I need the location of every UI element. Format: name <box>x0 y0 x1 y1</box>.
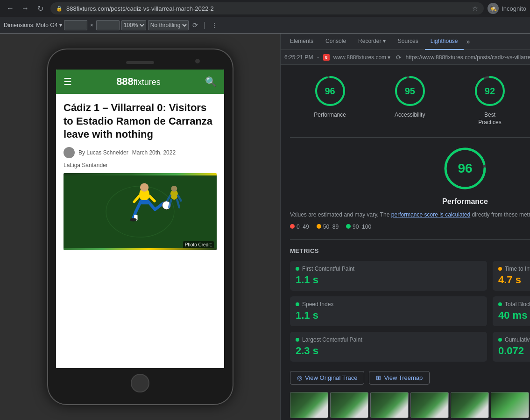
fcp-name: First Contentful Paint <box>296 266 481 272</box>
lcp-name: Largest Contentful Paint <box>296 336 481 343</box>
metric-si: Speed Index 1.1 s <box>290 296 487 326</box>
title-bar: ← → ↻ 🔒 888fixtures.com/posts/cadiz-vs-v… <box>0 0 530 17</box>
metrics-title: METRICS <box>290 247 319 254</box>
browser-chrome: ← → ↻ 🔒 888fixtures.com/posts/cadiz-vs-v… <box>0 0 530 34</box>
site-logo: 888fixtures <box>116 76 161 88</box>
big-performance-score: 96 <box>458 161 472 176</box>
performance-description: Values are estimated and may vary. The p… <box>290 210 530 219</box>
reload-button[interactable]: ↻ <box>34 2 47 15</box>
category-tag: LaLiga Santander <box>64 162 217 168</box>
perf-link[interactable]: performance score is calculated <box>391 211 470 218</box>
view-treemap-button[interactable]: ⊞ View Treemap <box>369 371 430 385</box>
filmstrip-frame-5 <box>451 392 489 418</box>
tbt-value: 40 ms <box>498 309 530 322</box>
width-input[interactable]: 360 <box>64 20 87 30</box>
cls-dot <box>498 338 502 342</box>
lighthouse-toolbar: 6:25:21 PM - 8 www.888fixtures.com ▾ ⟳ h… <box>281 50 530 65</box>
cls-value: 0.072 <box>498 345 530 357</box>
accessibility-score: 95 <box>405 86 415 97</box>
lh-refresh-icon: ⟳ <box>396 54 402 61</box>
hamburger-icon: ☰ <box>64 76 72 87</box>
filmstrip-frame-6 <box>491 392 529 418</box>
metric-tbt: Total Blocking Time 40 ms <box>493 296 530 326</box>
fcp-value: 1.1 s <box>296 274 481 286</box>
article-image: Photo Credit: <box>64 173 217 250</box>
main-content: ☰ 888fixtures 🔍 Cádiz 1 – Villarreal 0: … <box>0 34 530 420</box>
divider-2 <box>290 239 530 240</box>
svg-rect-11 <box>139 200 149 204</box>
lh-full-url: https://www.888fixtures.com/posts/cadiz-… <box>405 54 530 61</box>
search-icon: 🔍 <box>205 76 217 87</box>
svg-point-3 <box>140 183 148 191</box>
best-practices-circle: 92 <box>473 74 507 108</box>
device-label: Dimensions: Moto G4 ▾ <box>4 22 62 28</box>
lh-favicon: 8 <box>323 54 330 61</box>
left-panel: ☰ 888fixtures 🔍 Cádiz 1 – Villarreal 0: … <box>0 34 280 420</box>
device-toolbar: Dimensions: Moto G4 ▾ 360 × 640 100% No … <box>0 17 530 34</box>
trace-icon: ◎ <box>297 374 302 381</box>
height-input[interactable]: 640 <box>96 20 120 30</box>
more-options-button[interactable]: ⋮ <box>209 21 219 30</box>
author-line: By Lucas Schneider March 20th, 2022 <box>64 147 217 158</box>
incognito-area: 🕵 Incognito <box>488 3 526 14</box>
si-name: Speed Index <box>296 301 481 308</box>
photo-credit: Photo Credit: <box>183 241 214 248</box>
legend-green: 90–100 <box>346 224 371 230</box>
rotate-button[interactable]: ⟳ <box>191 21 200 30</box>
lh-sep: - <box>317 53 319 62</box>
score-performance: 96 Performance <box>313 74 347 119</box>
incognito-icon: 🕵 <box>488 3 499 14</box>
tti-value: 4.7 s <box>498 274 530 286</box>
author-name: By Lucas Schneider <box>78 149 128 156</box>
phone-screen: ☰ 888fixtures 🔍 Cádiz 1 – Villarreal 0: … <box>56 70 224 368</box>
throttle-select[interactable]: No throttling <box>148 20 189 30</box>
bookmark-icon[interactable]: ☆ <box>472 5 478 12</box>
tti-dot <box>498 267 502 271</box>
score-legend: 0–49 50–89 90–100 <box>290 224 530 230</box>
svg-point-13 <box>130 218 137 221</box>
tti-name: Time to Interactive <box>498 266 530 272</box>
best-practices-score: 92 <box>485 86 495 97</box>
filmstrip-frame-4 <box>410 392 449 418</box>
tab-lighthouse[interactable]: Lighthouse <box>425 34 464 50</box>
phone-camera <box>195 59 200 63</box>
phone-device: ☰ 888fixtures 🔍 Cádiz 1 – Villarreal 0: … <box>48 49 233 404</box>
filmstrip-frame-1 <box>290 392 328 418</box>
view-original-trace-button[interactable]: ◎ View Original Trace <box>290 371 364 385</box>
tab-console[interactable]: Console <box>320 34 352 50</box>
svg-point-15 <box>171 186 177 192</box>
filmstrip-frame-2 <box>330 392 368 418</box>
action-buttons: ◎ View Original Trace ⊞ View Treemap <box>290 371 530 385</box>
author-avatar <box>64 147 75 158</box>
tab-recorder[interactable]: Recorder ▾ <box>353 34 391 50</box>
forward-button[interactable]: → <box>19 2 32 15</box>
article-title: Cádiz 1 – Villarreal 0: Visitors to Esta… <box>64 101 217 141</box>
address-bar[interactable]: 🔒 888fixtures.com/posts/cadiz-vs-villarr… <box>50 2 484 14</box>
treemap-icon: ⊞ <box>376 374 381 381</box>
phone-speaker <box>126 61 154 64</box>
metric-lcp: Largest Contentful Paint 2.3 s <box>290 332 487 362</box>
big-performance-circle: 96 <box>442 145 488 192</box>
fcp-dot <box>296 267 299 271</box>
score-accessibility: 95 Accessibility <box>393 74 427 119</box>
metrics-header: METRICS Expand view <box>290 247 530 254</box>
back-button[interactable]: ← <box>4 2 17 15</box>
accessibility-label: Accessibility <box>395 112 425 119</box>
divider-1 <box>290 137 530 138</box>
tab-elements[interactable]: Elements <box>284 34 319 50</box>
incognito-label: Incognito <box>502 5 526 12</box>
more-tabs-button[interactable]: » <box>465 38 472 45</box>
tab-sources[interactable]: Sources <box>392 34 424 50</box>
devtools-tabs: Elements Console Recorder ▾ Sources Ligh… <box>281 34 530 50</box>
tbt-dot <box>498 302 502 306</box>
cls-name: Cumulative Layout Shift <box>498 336 530 343</box>
legend-red: 0–49 <box>290 224 309 230</box>
si-dot <box>296 302 299 306</box>
lighthouse-content: 96 Performance 95 Accessibility <box>281 65 530 420</box>
performance-label: Performance <box>314 112 346 119</box>
filmstrip <box>290 392 530 418</box>
performance-title: Performance <box>290 197 530 206</box>
dimension-separator: × <box>90 22 93 28</box>
zoom-select[interactable]: 100% <box>121 20 146 30</box>
phone-home-button <box>131 374 149 392</box>
